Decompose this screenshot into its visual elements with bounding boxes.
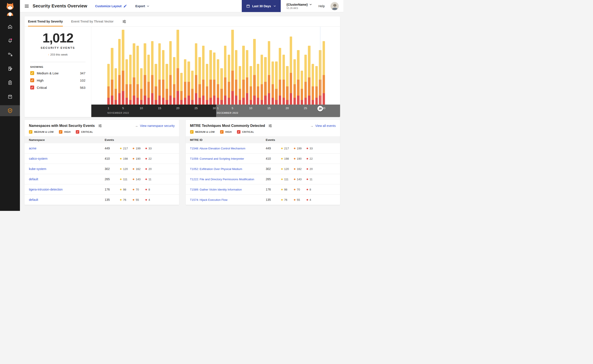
stacked-bar-day-nov-27[interactable]: [202, 46, 205, 104]
stacked-bar-day-dec-18[interactable]: [279, 48, 281, 104]
sidebar-item-compliance-reports[interactable]: [0, 76, 20, 90]
stacked-bar-day-dec-11[interactable]: [253, 39, 256, 104]
filter-medium-low[interactable]: ✓MEDIUM & LOW: [29, 130, 54, 134]
stacked-bar-day-dec-20[interactable]: [286, 66, 288, 104]
stacked-bar-day-dec-13[interactable]: [260, 55, 263, 104]
sidebar-item-alerts[interactable]: [0, 34, 20, 48]
stacked-bar-day-dec-15[interactable]: [268, 41, 270, 104]
stacked-bar-day-dec-1[interactable]: [217, 59, 219, 104]
stacked-bar-day-nov-18[interactable]: [169, 41, 172, 104]
stacked-bar-day-nov-1[interactable]: [107, 64, 110, 104]
row-link[interactable]: default: [29, 177, 105, 181]
hamburger-menu-icon[interactable]: [24, 4, 29, 9]
row-link[interactable]: T1222: File and Directory Permissions Mo…: [190, 178, 266, 181]
stacked-bar-day-nov-25[interactable]: [195, 43, 197, 104]
stacked-bar-day-nov-23[interactable]: [187, 61, 190, 104]
stacked-bar-day-nov-20[interactable]: [176, 30, 179, 104]
stacked-bar-day-dec-4[interactable]: [228, 55, 230, 104]
stacked-bar-day-dec-2[interactable]: [220, 68, 223, 104]
stacked-bar-day-nov-29[interactable]: [209, 50, 212, 104]
help-link[interactable]: Help: [318, 4, 325, 8]
stacked-bar-day-nov-6[interactable]: [126, 59, 128, 104]
sidebar-item-policies[interactable]: [0, 62, 20, 76]
stacked-bar-day-dec-28[interactable]: [315, 66, 318, 104]
tab-event-trend-by-threat-vector[interactable]: Event Trend by Threat Vector: [71, 16, 114, 26]
stacked-bar-day-dec-30[interactable]: [323, 41, 325, 104]
stacked-bar-day-dec-17[interactable]: [275, 61, 277, 104]
selected-day-badge[interactable]: 29: [318, 106, 323, 111]
stacked-bar-day-dec-24[interactable]: [301, 71, 303, 104]
checked-checkbox-icon[interactable]: ✓: [59, 130, 62, 134]
stacked-bar-day-nov-3[interactable]: [114, 68, 117, 104]
stacked-bar-day-nov-24[interactable]: [191, 71, 193, 104]
date-range-button[interactable]: Last 30 Days: [242, 0, 281, 12]
stacked-bar-day-dec-3[interactable]: [224, 46, 227, 104]
view-namespace-security-link[interactable]: →View namespace security: [135, 124, 174, 128]
stacked-bar-day-dec-5[interactable]: [231, 30, 234, 104]
row-link[interactable]: T1589: Gather Victim Identity Informatio…: [190, 188, 266, 191]
row-link[interactable]: T1548: Abuse Elevation Control Mechanism: [190, 147, 266, 150]
sidebar-item-threat-defense[interactable]: [0, 104, 20, 118]
stacked-bar-day-nov-12[interactable]: [147, 55, 150, 104]
sidebar-item-image-assurance[interactable]: [0, 90, 20, 104]
checked-checkbox-icon[interactable]: ✓: [30, 78, 34, 82]
stacked-bar-day-dec-8[interactable]: [242, 46, 245, 104]
stacked-bar-day-nov-11[interactable]: [144, 43, 146, 104]
stacked-bar-day-dec-10[interactable]: [250, 66, 252, 104]
stacked-bar-day-nov-21[interactable]: [180, 73, 183, 104]
stacked-bar-day-nov-14[interactable]: [155, 64, 157, 104]
stacked-bar-day-nov-4[interactable]: [118, 39, 121, 104]
stacked-bar-day-dec-7[interactable]: [239, 66, 241, 104]
stacked-bar-day-nov-7[interactable]: [129, 55, 132, 104]
stacked-bar-day-dec-21[interactable]: [290, 37, 292, 104]
stacked-bar-day-nov-16[interactable]: [162, 50, 165, 104]
checked-checkbox-icon[interactable]: ✓: [30, 71, 34, 75]
filter-critical[interactable]: ✓CRITICAL: [76, 130, 93, 134]
checked-checkbox-icon[interactable]: ✓: [220, 130, 224, 134]
row-link[interactable]: default: [29, 198, 105, 202]
checked-checkbox-icon[interactable]: ✓: [29, 130, 33, 134]
stacked-bar-day-nov-19[interactable]: [173, 57, 175, 104]
filter-high[interactable]: ✓HIGH: [59, 130, 71, 134]
stacked-bar-day-dec-19[interactable]: [282, 55, 285, 104]
stacked-bar-day-dec-23[interactable]: [297, 50, 299, 104]
sidebar-item-home[interactable]: [0, 20, 20, 34]
stacked-bar-day-dec-14[interactable]: [264, 57, 267, 104]
row-link[interactable]: calico-system: [29, 157, 105, 160]
stacked-bar-day-dec-25[interactable]: [304, 55, 307, 104]
stacked-bar-day-nov-26[interactable]: [198, 57, 201, 104]
stacked-bar-day-dec-27[interactable]: [312, 64, 314, 104]
severity-filter-medium-low[interactable]: ✓Medium & Low347: [30, 71, 85, 75]
row-link[interactable]: tigera-intrusion-detection: [29, 188, 105, 191]
stacked-bar-day-nov-9[interactable]: [136, 46, 139, 104]
view-all-events-link[interactable]: →View all events: [310, 124, 336, 128]
stacked-bar-day-nov-22[interactable]: [184, 59, 186, 104]
stacked-bar-day-nov-5[interactable]: [122, 30, 124, 104]
stacked-bar-day-dec-12[interactable]: [257, 64, 259, 104]
stacked-bar-day-dec-22[interactable]: [293, 59, 296, 104]
export-button[interactable]: Export: [135, 4, 150, 8]
tab-event-trend-by-severity[interactable]: Event Trend by Severity: [28, 16, 63, 26]
card-settings-icon[interactable]: [98, 124, 102, 128]
stacked-bar-day-dec-16[interactable]: [272, 61, 274, 104]
stacked-bar-day-dec-9[interactable]: [246, 50, 248, 104]
stacked-bar-day-nov-17[interactable]: [166, 64, 168, 104]
stacked-bar-day-nov-2[interactable]: [111, 48, 113, 104]
card-settings-icon[interactable]: [268, 124, 272, 128]
sidebar-item-service-graph[interactable]: [0, 48, 20, 62]
stacked-bar-day-nov-15[interactable]: [158, 43, 161, 104]
filter-medium-low[interactable]: ✓MEDIUM & LOW: [190, 130, 215, 134]
cluster-selector[interactable]: {ClusterName} V1.26 AKS: [287, 3, 312, 9]
checked-checkbox-icon[interactable]: ✓: [30, 85, 34, 90]
severity-filter-high[interactable]: ✓High102: [30, 78, 85, 82]
customize-layout-button[interactable]: Customize Layout: [95, 4, 127, 8]
user-avatar[interactable]: [330, 2, 339, 10]
row-link[interactable]: T1052: Exfiltration Over Physical Medium: [190, 167, 266, 171]
stacked-bar-day-dec-6[interactable]: [235, 50, 237, 104]
row-link[interactable]: T1059: Command and Scripting Interpreter: [190, 157, 266, 160]
stacked-bar-day-nov-8[interactable]: [133, 43, 135, 104]
calico-cat-logo[interactable]: [4, 0, 16, 20]
row-link[interactable]: T1574: Hijack Execution Flow: [190, 198, 266, 202]
stacked-bar-day-nov-13[interactable]: [151, 41, 153, 104]
stacked-bar-day-nov-10[interactable]: [140, 68, 143, 104]
